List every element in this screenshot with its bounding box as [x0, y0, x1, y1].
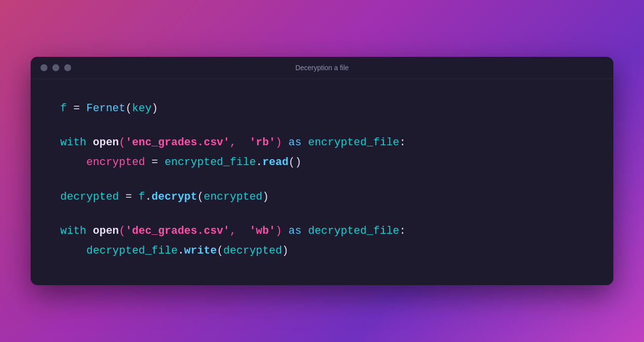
- space2: [86, 225, 93, 237]
- var-f2: f: [138, 191, 145, 203]
- code-line-4: decrypted = f.decrypt(encrypted): [60, 187, 584, 207]
- func-open2: open: [93, 225, 119, 237]
- equals3: =: [119, 191, 139, 203]
- var-encrypted-file: encrypted_file: [308, 136, 400, 149]
- kw-with: with: [60, 136, 86, 149]
- func-open: open: [93, 136, 119, 149]
- parens1: (): [288, 156, 301, 169]
- var-f: f: [60, 102, 67, 115]
- var-encrypted2: encrypted: [203, 191, 262, 203]
- args-enc: ('enc_grades.csv', 'rb'): [119, 136, 282, 149]
- close-button[interactable]: [40, 64, 47, 71]
- args-dec: ('dec_grades.csv', 'wb'): [119, 225, 282, 237]
- space1: [86, 136, 93, 149]
- paren-close2: ): [262, 191, 269, 203]
- maximize-button[interactable]: [64, 64, 71, 71]
- var-decrypted-file: decrypted_file: [308, 225, 400, 237]
- dot1: .: [256, 156, 262, 169]
- minimize-button[interactable]: [52, 64, 59, 71]
- code-line-3: encrypted = encrypted_file.read(): [60, 153, 584, 172]
- code-block-3: decrypted = f.decrypt(encrypted): [60, 187, 584, 207]
- var-encrypted: encrypted: [86, 156, 145, 169]
- paren-close3: ): [282, 245, 288, 257]
- colon2: :: [400, 225, 406, 237]
- var-decrypted-file2: decrypted_file: [86, 245, 178, 257]
- paren-close: ): [152, 102, 158, 115]
- code-line-1: f = Fernet(key): [60, 99, 584, 119]
- paren-open2: (: [197, 191, 203, 203]
- code-line-2: with open('enc_grades.csv', 'rb') as enc…: [60, 133, 584, 153]
- code-window: Deceryption a file f = Fernet(key) with …: [31, 57, 613, 286]
- func-read: read: [262, 156, 288, 169]
- kw-with2: with: [60, 225, 86, 237]
- colon1: :: [400, 136, 406, 149]
- var-key: key: [132, 102, 152, 115]
- dot3: .: [178, 245, 184, 257]
- var-encrypted-file2: encrypted_file: [164, 156, 256, 169]
- code-block-4: with open('dec_grades.csv', 'wb') as dec…: [60, 221, 584, 260]
- code-area: f = Fernet(key) with open('enc_grades.cs…: [31, 79, 613, 286]
- titlebar: Deceryption a file: [31, 57, 613, 79]
- paren-open3: (: [217, 245, 223, 257]
- code-block-2: with open('enc_grades.csv', 'rb') as enc…: [60, 133, 584, 172]
- func-write: write: [184, 245, 217, 257]
- var-decrypted2: decrypted: [223, 245, 282, 257]
- code-line-6: decrypted_file.write(decrypted): [60, 241, 584, 261]
- kw-as: as: [282, 136, 308, 149]
- var-decrypted: decrypted: [60, 191, 119, 203]
- func-fernet: Fernet: [86, 102, 125, 115]
- equals: =: [67, 102, 86, 115]
- traffic-lights: [40, 64, 71, 71]
- kw-as2: as: [282, 225, 308, 237]
- paren-open: (: [125, 102, 132, 115]
- dot2: .: [145, 191, 152, 203]
- code-line-5: with open('dec_grades.csv', 'wb') as dec…: [60, 221, 584, 241]
- equals2: =: [145, 156, 165, 169]
- window-title: Deceryption a file: [295, 64, 349, 72]
- code-block-1: f = Fernet(key): [60, 99, 584, 119]
- func-decrypt: decrypt: [152, 191, 197, 203]
